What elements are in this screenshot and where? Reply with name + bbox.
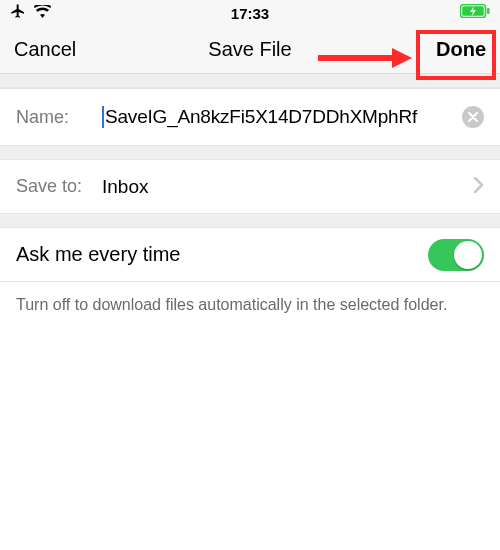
name-label: Name: [16, 107, 102, 128]
close-icon [468, 112, 478, 122]
name-input[interactable] [102, 106, 456, 128]
save-to-row[interactable]: Save to: Inbox [0, 160, 500, 214]
nav-header: Cancel Save File Done [0, 26, 500, 74]
ask-every-time-label: Ask me every time [16, 243, 180, 266]
status-bar: 17:33 [0, 0, 500, 26]
helper-text: Turn off to download files automatically… [0, 282, 500, 328]
done-button[interactable]: Done [436, 38, 486, 61]
save-to-label: Save to: [16, 176, 102, 197]
ask-every-time-toggle[interactable] [428, 239, 484, 271]
ask-every-time-row: Ask me every time [0, 228, 500, 282]
cancel-button[interactable]: Cancel [14, 38, 76, 61]
status-time: 17:33 [0, 5, 500, 22]
clear-text-button[interactable] [462, 106, 484, 128]
chevron-right-icon [474, 177, 484, 197]
save-to-value: Inbox [102, 176, 466, 198]
name-row: Name: [0, 88, 500, 146]
